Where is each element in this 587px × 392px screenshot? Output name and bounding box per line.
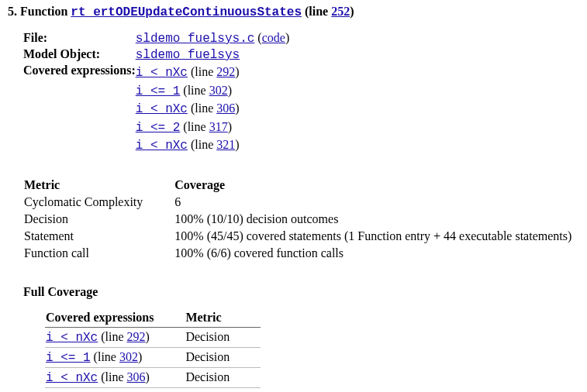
expr-line-suffix: ): [228, 84, 232, 97]
expr-link[interactable]: i <= 1: [46, 351, 91, 365]
expr-line-suffix: ): [228, 120, 232, 133]
cov-metric-cell: Decision: [185, 387, 261, 392]
cov-expr-cell: i <= 1 (line 302): [45, 347, 185, 367]
metrics-table: Metric Coverage Cyclomatic Complexity 6 …: [23, 177, 587, 262]
cov-metric-cell: Decision: [185, 327, 261, 347]
covered-expr-list: i < nXc (line 292) i <= 1 (line 302) i <…: [136, 63, 289, 156]
expr-line-prefix: (line: [191, 138, 216, 151]
expr-link[interactable]: i <= 2: [136, 121, 181, 135]
expr-line-link[interactable]: 292: [216, 65, 235, 78]
heading-line-prefix: (line: [305, 5, 331, 18]
cov-expr-cell: i < nXc (line 292): [45, 327, 185, 347]
section-heading: 5. Function rt_ertODEUpdateContinuousSta…: [8, 5, 579, 19]
expr-line-suffix: ): [235, 138, 239, 151]
covered-expr-label: Covered expressions:: [23, 63, 136, 156]
expr-line-prefix: (line: [191, 101, 216, 115]
metric-name: Function call: [23, 245, 174, 262]
heading-label: Function: [20, 5, 67, 18]
expr-line-prefix: (line: [191, 65, 216, 78]
full-coverage-heading: Full Coverage: [23, 285, 579, 299]
expr-line-link[interactable]: 306: [216, 101, 235, 115]
expr-line-link[interactable]: 292: [127, 330, 146, 343]
expr-line-prefix: (line: [183, 120, 209, 133]
metric-name: Statement: [23, 228, 174, 245]
expr-item: i < nXc (line 306): [136, 100, 289, 119]
expr-line-prefix: (line: [101, 370, 126, 383]
heading-line-suffix: ): [350, 5, 354, 18]
metrics-col-coverage: Coverage: [174, 177, 587, 194]
expr-line-link[interactable]: 302: [119, 350, 138, 363]
cov-metric-cell: Decision: [185, 347, 261, 367]
metric-name: Decision: [23, 211, 174, 228]
model-label: Model Object:: [23, 46, 136, 63]
expr-line-suffix: ): [235, 65, 239, 78]
expr-item: i < nXc (line 292): [136, 64, 289, 82]
expr-line-suffix: ): [235, 101, 239, 115]
expr-line-prefix: (line: [101, 330, 126, 343]
model-value: sldemo_fuelsys: [136, 46, 289, 63]
expr-link[interactable]: i <= 1: [136, 84, 181, 98]
table-row: Cyclomatic Complexity 6: [23, 194, 587, 211]
full-coverage-table: Covered expressions Metric i < nXc (line…: [45, 310, 261, 392]
table-row: Statement 100% (45/45) covered statement…: [23, 228, 587, 245]
expr-item: i < nXc (line 321): [136, 136, 289, 155]
expr-line-link[interactable]: 306: [127, 370, 146, 383]
expr-link[interactable]: i < nXc: [136, 66, 188, 80]
metric-coverage: 100% (6/6) covered function calls: [174, 245, 587, 262]
expr-item: i <= 1 (line 302): [136, 82, 289, 101]
heading-number: 5.: [8, 5, 17, 18]
cov-metric-cell: Decision: [185, 367, 261, 387]
expr-line-suffix: ): [146, 370, 150, 383]
expr-line-prefix: (line: [94, 350, 119, 363]
expr-line-suffix: ): [138, 350, 142, 363]
expr-line-prefix: (line: [183, 84, 209, 97]
cov-col-expr: Covered expressions: [45, 310, 185, 328]
cov-expr-cell: i < nXc (line 306): [45, 367, 185, 387]
function-name-link[interactable]: rt_ertODEUpdateContinuousStates: [71, 5, 302, 19]
metric-coverage: 6: [174, 194, 587, 211]
table-row: i < nXc (line 306) Decision: [45, 367, 261, 387]
file-value: sldemo_fuelsys.c (code): [136, 30, 289, 46]
expr-link[interactable]: i < nXc: [46, 371, 98, 385]
metric-coverage: 100% (10/10) decision outcomes: [174, 211, 587, 228]
table-row: Decision 100% (10/10) decision outcomes: [23, 211, 587, 228]
metric-name: Cyclomatic Complexity: [23, 194, 174, 211]
file-code-link[interactable]: code: [262, 31, 285, 44]
expr-item: i <= 2 (line 317): [136, 119, 289, 137]
cov-col-metric: Metric: [185, 310, 261, 328]
table-row: Function call 100% (6/6) covered functio…: [23, 245, 587, 262]
file-label: File:: [23, 30, 136, 46]
metrics-col-metric: Metric: [23, 177, 174, 194]
heading-line-link[interactable]: 252: [331, 5, 350, 18]
expr-line-link[interactable]: 302: [209, 84, 228, 97]
expr-link[interactable]: i < nXc: [136, 102, 188, 116]
info-table: File: sldemo_fuelsys.c (code) Model Obje…: [23, 30, 289, 156]
table-row: i <= 2 (line 317) Decision: [45, 387, 261, 392]
expr-line-link[interactable]: 317: [209, 120, 228, 133]
model-name-link[interactable]: sldemo_fuelsys: [136, 48, 240, 62]
metric-coverage: 100% (45/45) covered statements (1 Funct…: [174, 228, 587, 245]
expr-line-link[interactable]: 321: [216, 138, 235, 151]
table-row: i < nXc (line 292) Decision: [45, 327, 261, 347]
expr-line-suffix: ): [146, 330, 150, 343]
cov-expr-cell: i <= 2 (line 317): [45, 387, 185, 392]
expr-link[interactable]: i < nXc: [46, 331, 98, 345]
file-name-link[interactable]: sldemo_fuelsys.c: [136, 32, 255, 46]
table-row: i <= 1 (line 302) Decision: [45, 347, 261, 367]
expr-link[interactable]: i < nXc: [136, 139, 188, 153]
